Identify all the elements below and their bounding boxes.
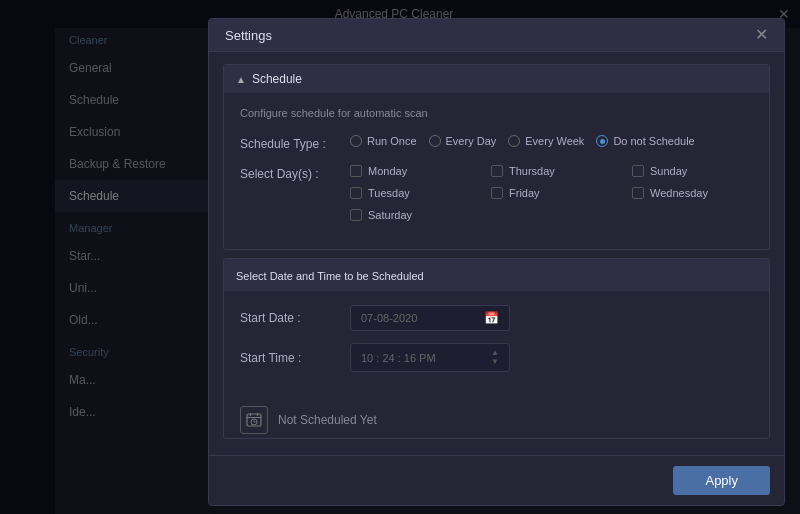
radio-run-once-circle [350, 135, 362, 147]
schedule-section: ▲ Schedule Configure schedule for automa… [223, 64, 770, 250]
checkbox-thursday-box [491, 165, 503, 177]
radio-every-day-label: Every Day [446, 135, 497, 147]
schedule-type-options: Run Once Every Day Every Week [350, 135, 753, 147]
radio-do-not-schedule-circle [596, 135, 608, 147]
datetime-section: Select Date and Time to be Scheduled Sta… [223, 258, 770, 439]
checkbox-tuesday[interactable]: Tuesday [350, 187, 471, 199]
svg-rect-0 [247, 414, 261, 426]
checkbox-sunday-box [632, 165, 644, 177]
checkbox-grid: Monday Thursday Sunday [350, 165, 753, 221]
radio-every-day-circle [429, 135, 441, 147]
apply-button[interactable]: Apply [673, 466, 770, 495]
schedule-section-title: Schedule [252, 72, 302, 86]
checkbox-sunday[interactable]: Sunday [632, 165, 753, 177]
settings-dialog: Settings ✕ ▲ Schedule Configure schedule… [208, 18, 785, 506]
start-date-label: Start Date : [240, 311, 350, 325]
radio-every-week-label: Every Week [525, 135, 584, 147]
checkbox-tuesday-label: Tuesday [368, 187, 410, 199]
schedule-section-body: Configure schedule for automatic scan Sc… [224, 93, 769, 249]
time-down-arrow[interactable]: ▼ [491, 358, 499, 366]
checkbox-friday-box [491, 187, 503, 199]
radio-do-not-schedule-label: Do not Schedule [613, 135, 694, 147]
datetime-title: Select Date and Time to be Scheduled [236, 270, 424, 282]
select-days-label: Select Day(s) : [240, 165, 350, 181]
radio-every-week[interactable]: Every Week [508, 135, 584, 147]
datetime-header: Select Date and Time to be Scheduled [224, 259, 769, 291]
checkbox-friday-label: Friday [509, 187, 540, 199]
checkbox-saturday-label: Saturday [368, 209, 412, 221]
checkbox-sunday-label: Sunday [650, 165, 687, 177]
radio-run-once-label: Run Once [367, 135, 417, 147]
checkbox-wednesday-label: Wednesday [650, 187, 708, 199]
calendar-with-clock-icon [246, 412, 262, 428]
radio-do-not-schedule[interactable]: Do not Schedule [596, 135, 694, 147]
checkbox-monday-box [350, 165, 362, 177]
start-time-label: Start Time : [240, 351, 350, 365]
calendar-icon: 📅 [484, 311, 499, 325]
schedule-type-label: Schedule Type : [240, 135, 350, 151]
time-spinner[interactable]: ▲ ▼ [491, 349, 499, 366]
not-scheduled-icon [240, 406, 268, 434]
start-time-row: Start Time : 10 : 24 : 16 PM ▲ ▼ [240, 343, 753, 372]
start-date-input[interactable]: 07-08-2020 📅 [350, 305, 510, 331]
checkbox-saturday-box [350, 209, 362, 221]
dialog-header: Settings ✕ [209, 19, 784, 52]
checkbox-tuesday-box [350, 187, 362, 199]
radio-every-week-circle [508, 135, 520, 147]
radio-run-once[interactable]: Run Once [350, 135, 417, 147]
checkbox-friday[interactable]: Friday [491, 187, 612, 199]
not-scheduled-row: Not Scheduled Yet [224, 398, 769, 438]
datetime-body: Start Date : 07-08-2020 📅 Start Time : 1… [224, 291, 769, 398]
schedule-section-header: ▲ Schedule [224, 65, 769, 93]
start-date-value: 07-08-2020 [361, 312, 417, 324]
not-scheduled-text: Not Scheduled Yet [278, 413, 377, 427]
start-date-row: Start Date : 07-08-2020 📅 [240, 305, 753, 331]
checkbox-thursday[interactable]: Thursday [491, 165, 612, 177]
dialog-footer: Apply [209, 455, 784, 505]
checkbox-wednesday[interactable]: Wednesday [632, 187, 753, 199]
start-time-value: 10 : 24 : 16 PM [361, 352, 436, 364]
schedule-type-row: Schedule Type : Run Once Every Day [240, 135, 753, 151]
collapse-arrow-icon: ▲ [236, 74, 246, 85]
radio-every-day[interactable]: Every Day [429, 135, 497, 147]
time-up-arrow[interactable]: ▲ [491, 349, 499, 357]
checkbox-saturday[interactable]: Saturday [350, 209, 471, 221]
radio-group: Run Once Every Day Every Week [350, 135, 753, 147]
checkbox-monday-label: Monday [368, 165, 407, 177]
days-checkboxes: Monday Thursday Sunday [350, 165, 753, 221]
start-time-input[interactable]: 10 : 24 : 16 PM ▲ ▼ [350, 343, 510, 372]
dialog-close-button[interactable]: ✕ [755, 27, 768, 43]
select-days-row: Select Day(s) : Monday Thursday [240, 165, 753, 221]
checkbox-monday[interactable]: Monday [350, 165, 471, 177]
dialog-title: Settings [225, 28, 272, 43]
dialog-body: ▲ Schedule Configure schedule for automa… [209, 52, 784, 455]
checkbox-wednesday-box [632, 187, 644, 199]
checkbox-thursday-label: Thursday [509, 165, 555, 177]
schedule-description: Configure schedule for automatic scan [240, 107, 753, 119]
